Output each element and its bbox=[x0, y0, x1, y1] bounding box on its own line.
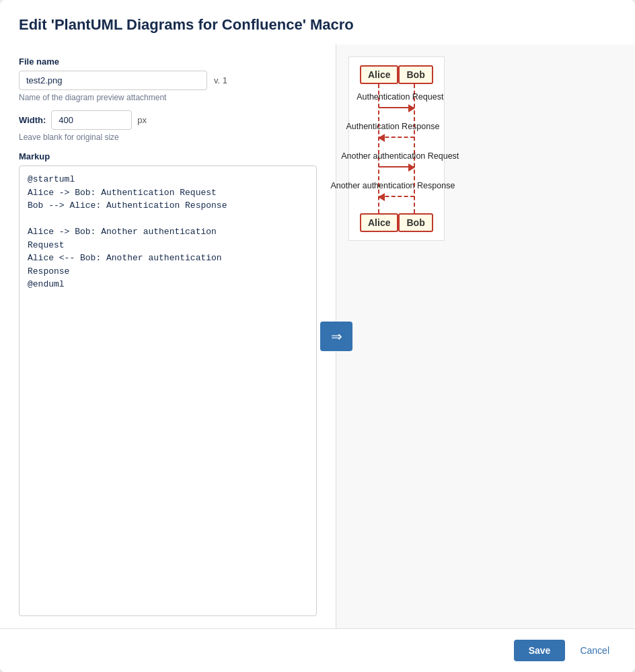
arrow-1 bbox=[379, 107, 414, 108]
save-button[interactable]: Save bbox=[514, 640, 566, 661]
seq-messages: Authentication Request Authentication Re… bbox=[360, 84, 433, 213]
arrow-4 bbox=[379, 196, 414, 197]
modal: Edit 'PlantUML Diagrams for Confluence' … bbox=[0, 0, 635, 672]
px-label: px bbox=[137, 115, 147, 125]
cancel-button[interactable]: Cancel bbox=[573, 640, 616, 661]
diagram-container: Alice Bob Authentication Request bbox=[348, 57, 445, 241]
refresh-arrow-button[interactable]: ⇒ bbox=[320, 322, 352, 351]
markup-label: Markup bbox=[19, 151, 317, 161]
seq-msg-1: Authentication Request bbox=[360, 89, 433, 119]
seq-msg-3: Another authentication Request bbox=[360, 149, 433, 178]
seq-msg-4: Another authentication Response bbox=[360, 178, 433, 208]
arrow-3 bbox=[379, 166, 414, 167]
msg-label-1: Authentication Request bbox=[357, 92, 443, 102]
actors-top: Alice Bob bbox=[360, 65, 433, 84]
version-label: v. 1 bbox=[214, 75, 227, 85]
right-panel: Alice Bob Authentication Request bbox=[336, 44, 635, 628]
seq-body: Authentication Request Authentication Re… bbox=[360, 84, 433, 213]
actor-alice-top: Alice bbox=[360, 65, 398, 84]
msg-label-4: Another authentication Response bbox=[330, 181, 455, 190]
left-panel: File name v. 1 Name of the diagram previ… bbox=[0, 44, 336, 628]
modal-body: File name v. 1 Name of the diagram previ… bbox=[0, 44, 635, 628]
seq-msg-2: Authentication Response bbox=[360, 119, 433, 149]
file-name-input[interactable] bbox=[19, 71, 207, 90]
actor-alice-bottom: Alice bbox=[360, 213, 398, 232]
modal-title: Edit 'PlantUML Diagrams for Confluence' … bbox=[19, 16, 616, 34]
file-name-hint: Name of the diagram preview attachment bbox=[19, 93, 317, 102]
width-input[interactable] bbox=[51, 110, 132, 130]
width-row: Width: px bbox=[19, 110, 317, 130]
file-name-row: v. 1 bbox=[19, 71, 317, 90]
actor-bob-bottom: Bob bbox=[398, 213, 433, 232]
modal-footer: Save Cancel bbox=[0, 628, 635, 672]
width-label: Width: bbox=[19, 115, 46, 125]
width-hint: Leave blank for original size bbox=[19, 133, 317, 142]
arrow-2 bbox=[379, 137, 414, 138]
markup-textarea[interactable]: @startuml Alice -> Bob: Authentication R… bbox=[19, 165, 317, 616]
msg-label-3: Another authentication Request bbox=[341, 151, 459, 161]
file-name-label: File name bbox=[19, 57, 317, 67]
actor-bob-top: Bob bbox=[398, 65, 433, 84]
actors-bottom: Alice Bob bbox=[360, 213, 433, 232]
modal-header: Edit 'PlantUML Diagrams for Confluence' … bbox=[0, 0, 635, 44]
msg-label-2: Authentication Response bbox=[346, 122, 439, 131]
